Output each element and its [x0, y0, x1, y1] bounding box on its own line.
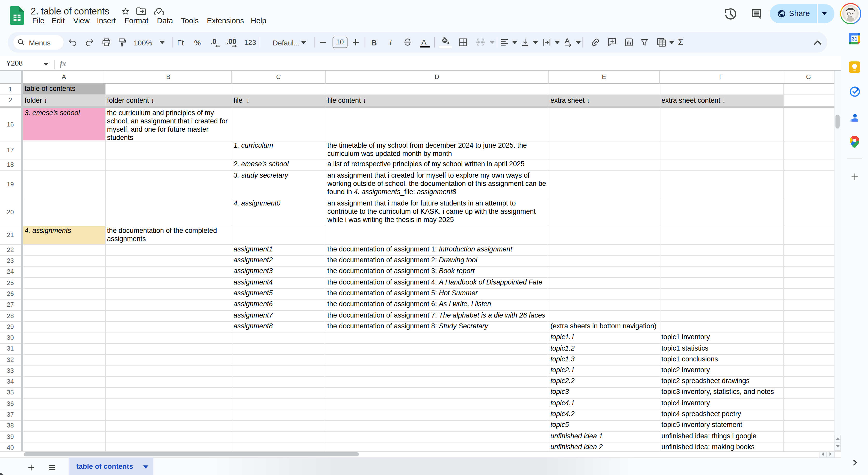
svg-text:31: 31 [852, 36, 858, 41]
